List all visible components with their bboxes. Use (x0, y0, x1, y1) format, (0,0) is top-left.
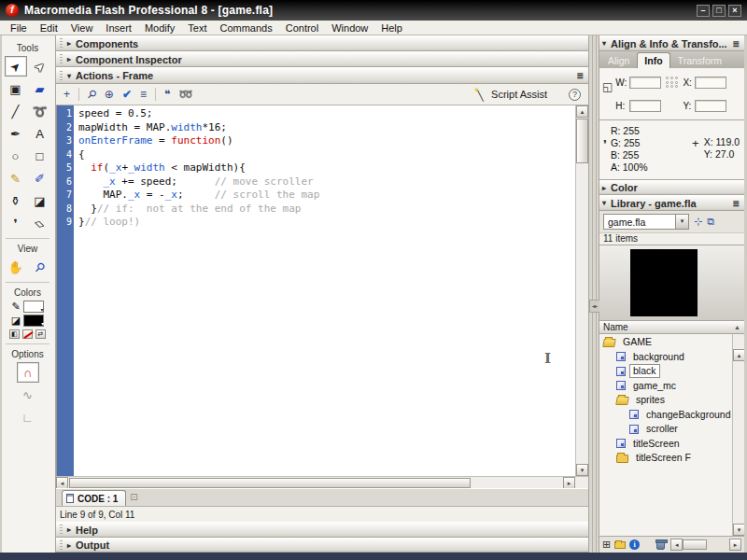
align-info-transform-panel-header[interactable]: ▾ Align & Info & Transfo... ≣ (599, 35, 744, 51)
help-panel-header[interactable]: ▸ Help (56, 522, 588, 538)
smooth-option[interactable]: ∿ (17, 385, 39, 405)
new-library-panel-icon[interactable]: ⧉ (707, 216, 714, 228)
selection-tool[interactable]: ➤ (5, 56, 27, 77)
new-symbol-button[interactable]: ⊞ (602, 539, 611, 551)
minimize-button[interactable]: – (697, 5, 710, 17)
library-name-column-header[interactable]: Name ▲ (599, 321, 744, 334)
lasso-tool[interactable]: ➰ (29, 101, 51, 121)
hand-tool[interactable]: ✋ (5, 257, 27, 277)
free-transform-tool[interactable]: ▣ (5, 78, 27, 99)
panel-menu-icon[interactable]: ≣ (732, 39, 739, 49)
library-item[interactable]: changeBackground (599, 408, 744, 423)
pin-current-document-icon[interactable]: ⊹ (694, 216, 702, 228)
stroke-color-swatch[interactable]: ▾ (23, 301, 44, 313)
zoom-tool[interactable]: ⚲ (29, 257, 51, 277)
library-vertical-scrollbar[interactable]: ▴ ▾ (732, 334, 744, 536)
x-field[interactable] (695, 77, 726, 89)
vertical-scroll-thumb[interactable] (576, 119, 588, 163)
library-scroll-right-button[interactable]: ▸ (729, 539, 741, 551)
help-icon[interactable]: ? (569, 89, 581, 101)
eyedropper-tool[interactable]: ❜ (5, 213, 27, 233)
pin-script-icon[interactable]: ⊡ (130, 492, 137, 502)
black-and-white-button[interactable]: ◧ (9, 329, 20, 339)
library-scroll-up-button[interactable]: ▴ (733, 349, 744, 361)
line-tool[interactable]: ╱ (5, 101, 27, 121)
tab-transform[interactable]: Transform (671, 53, 728, 68)
check-syntax-icon[interactable]: ✔ (122, 88, 132, 101)
panel-menu-icon[interactable]: ≣ (732, 199, 739, 208)
dock-splitter[interactable]: ◂▸ (588, 35, 599, 553)
library-item[interactable]: background (599, 350, 744, 365)
menu-modify[interactable]: Modify (138, 22, 181, 34)
height-field[interactable] (629, 100, 661, 112)
library-horizontal-scroll-thumb[interactable] (683, 539, 707, 550)
library-document-select[interactable]: game.fla ▾ (603, 214, 689, 230)
library-item[interactable]: titleScreen (599, 437, 744, 452)
subselection-tool[interactable]: ➤ (29, 56, 51, 77)
width-field[interactable] (629, 77, 661, 89)
gradient-transform-tool[interactable]: ▰ (29, 78, 51, 99)
menu-text[interactable]: Text (181, 22, 213, 34)
editor-vertical-scrollbar[interactable]: ▴ ▾ (575, 105, 588, 476)
horizontal-scroll-thumb[interactable] (69, 478, 471, 488)
library-item[interactable]: titleScreen F (599, 451, 744, 466)
script-assist-button[interactable]: Script Assist (474, 89, 547, 101)
swap-colors-button[interactable]: ⇄ (35, 329, 46, 339)
library-scroll-left-button[interactable]: ◂ (670, 539, 683, 551)
editor-horizontal-scrollbar[interactable]: ◂ ▸ (56, 476, 588, 488)
show-code-hint-icon[interactable]: ❝ (164, 88, 170, 101)
output-panel-header[interactable]: ▸ Output (56, 538, 588, 553)
actions-panel-header[interactable]: ▾ Actions - Frame ≣ (56, 67, 588, 84)
scroll-down-button[interactable]: ▾ (576, 464, 588, 476)
insert-target-path-icon[interactable]: ⊕ (105, 88, 114, 101)
library-item[interactable]: game_mc (599, 379, 744, 394)
menu-control[interactable]: Control (279, 22, 325, 34)
find-icon[interactable]: ⚲ (84, 87, 99, 102)
oval-tool[interactable]: ○ (5, 146, 27, 166)
menu-view[interactable]: View (64, 22, 100, 34)
scroll-up-button[interactable]: ▴ (576, 105, 588, 118)
library-item[interactable]: black (599, 364, 744, 379)
library-scroll-down-button[interactable]: ▾ (733, 524, 744, 536)
y-field[interactable] (695, 100, 726, 112)
menu-help[interactable]: Help (374, 22, 409, 34)
code-script-tab[interactable]: CODE : 1 (62, 490, 126, 506)
tab-info[interactable]: Info (637, 52, 669, 68)
components-panel-header[interactable]: ▸ Components (56, 35, 588, 51)
library-panel-header[interactable]: ▾ Library - game.fla ≣ (599, 195, 744, 211)
properties-button[interactable]: i (629, 539, 640, 550)
maximize-button[interactable]: □ (712, 5, 726, 17)
rectangle-tool[interactable]: □ (29, 146, 51, 166)
no-color-button[interactable] (22, 329, 33, 339)
scroll-right-button[interactable]: ▸ (563, 477, 575, 489)
fill-color-swatch[interactable]: ▾ (23, 315, 44, 327)
menu-file[interactable]: File (4, 22, 34, 34)
scroll-left-button[interactable]: ◂ (56, 477, 68, 489)
delete-button[interactable] (656, 540, 665, 550)
library-item[interactable]: GAME (599, 335, 744, 350)
menu-edit[interactable]: Edit (34, 22, 64, 34)
combo-dropdown-icon[interactable]: ▾ (675, 215, 688, 229)
color-panel-header[interactable]: ▸ Color (599, 180, 744, 195)
close-button[interactable]: × (728, 5, 741, 17)
menu-window[interactable]: Window (325, 22, 374, 34)
debug-options-icon[interactable]: ➿ (178, 88, 192, 101)
library-item[interactable]: sprites (599, 393, 744, 408)
snap-to-objects-toggle[interactable]: ∩ (17, 362, 39, 383)
library-item[interactable]: scroller (599, 422, 744, 437)
text-tool[interactable]: A (29, 123, 51, 144)
registration-grid-icon[interactable] (666, 77, 678, 89)
ink-bottle-tool[interactable]: ⚱ (5, 190, 27, 211)
straighten-option[interactable]: ∟ (17, 407, 39, 427)
menu-commands[interactable]: Commands (213, 22, 278, 34)
auto-format-icon[interactable]: ≡ (140, 88, 147, 101)
tab-align[interactable]: Align (601, 53, 636, 68)
code-text-area[interactable]: speed = 0.5;mapWidth = MAP.width*16;onEn… (74, 105, 575, 476)
brush-tool[interactable]: ✐ (29, 168, 51, 189)
panel-menu-icon[interactable]: ≣ (576, 71, 583, 80)
sort-direction-icon[interactable]: ▲ (734, 324, 740, 330)
eraser-tool[interactable]: ▱ (29, 213, 51, 233)
new-folder-button[interactable] (614, 541, 626, 549)
add-script-item-icon[interactable]: + (63, 88, 70, 101)
component-inspector-panel-header[interactable]: ▸ Component Inspector (56, 51, 588, 67)
